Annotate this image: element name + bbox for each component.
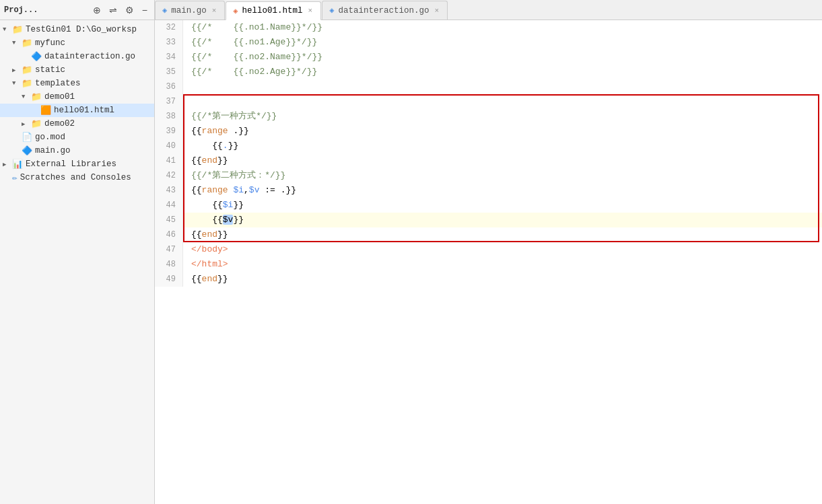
tree-label: External Libraries [26,159,116,169]
line-content[interactable]: {{range .}} [183,124,822,139]
tree-item-maingo[interactable]: 🔷 main.go [0,144,154,157]
arrow-icon: ▶ [22,120,31,128]
line-content[interactable]: {{end}} [183,153,822,168]
tab-close-main[interactable]: × [211,7,218,15]
go-file-icon: 🔷 [31,51,42,62]
code-line-46: 46{{end}} [155,227,822,242]
line-number: 40 [155,139,183,153]
code-line-41: 41{{end}} [155,153,822,168]
tab-label: hello01.html [242,6,303,15]
tree-item-myfunc[interactable]: ▼ 📁 myfunc [0,36,154,50]
line-number: 44 [155,198,183,213]
tree-label: demo01 [44,92,75,102]
line-number: 43 [155,183,183,198]
line-number: 37 [155,94,183,109]
folder-icon: 📁 [22,65,32,75]
tree-label: Scratches and Consoles [20,173,131,182]
line-content[interactable]: {{$v}} [183,213,822,227]
line-content[interactable]: {{$i}} [183,198,822,213]
tree-item-static[interactable]: ▶ 📁 static [0,63,154,77]
tab-close-hello01[interactable]: × [307,7,314,15]
settings-button[interactable]: ⚙ [123,3,137,17]
go-tab-icon: ◈ [162,5,167,15]
folder-icon: 📁 [31,118,42,129]
line-content[interactable]: {{/* {{.no2.Name}}*/}} [183,50,822,65]
code-line-38: 38{{/*第一种方式*/}} [155,109,822,124]
line-content[interactable] [183,94,822,109]
tab-hello01-html[interactable]: ◈ hello01.html × [226,1,321,20]
folder-icon: 📁 [22,78,32,89]
selected-var: $v [223,215,234,225]
code-editor[interactable]: 32{{/* {{.no1.Name}}*/}}33{{/* {{.no1.Ag… [155,20,822,287]
tree-item-gomod[interactable]: 📄 go.mod [0,131,154,144]
tree-item-extlibs[interactable]: ▶ 📊 External Libraries [0,157,154,171]
html-file-icon: 🟧 [40,105,51,116]
tree-item-demo02[interactable]: ▶ 📁 demo02 [0,117,154,131]
tree-item-templates[interactable]: ▼ 📁 templates [0,77,154,90]
line-content[interactable]: </body> [183,242,822,257]
arrow-icon: ▶ [3,161,12,168]
code-line-33: 33{{/* {{.no1.Age}}*/}} [155,35,822,50]
line-number: 39 [155,124,183,139]
editor-area: ◈ main.go × ◈ hello01.html × ◈ datainter… [155,0,822,504]
code-line-48: 48</html> [155,257,822,272]
line-content[interactable]: {{/* {{.no1.Age}}*/}} [183,35,822,50]
arrow-icon: ▶ [12,67,22,74]
line-number: 34 [155,50,183,65]
add-module-button[interactable]: ⇌ [106,3,120,17]
line-content[interactable]: {{/*第一种方式*/}} [183,109,822,124]
sidebar: Proj... ⊕ ⇌ ⚙ − ▼ 📁 TestGin01 D:\Go_work… [0,0,155,504]
line-number: 49 [155,272,183,287]
tab-bar: ◈ main.go × ◈ hello01.html × ◈ datainter… [155,0,822,20]
line-number: 48 [155,257,183,272]
line-content[interactable] [183,79,822,94]
line-content[interactable]: {{/* {{.no1.Name}}*/}} [183,20,822,35]
code-line-43: 43{{range $i,$v := .}} [155,183,822,198]
code-line-44: 44 {{$i}} [155,198,822,213]
line-content[interactable]: {{range $i,$v := .}} [183,183,822,198]
tree-item-scratches[interactable]: ✏️ Scratches and Consoles [0,171,154,184]
folder-icon: 📁 [31,92,42,102]
tree-label: static [35,65,65,75]
tree-item-datainteraction[interactable]: 🔷 datainteraction.go [0,50,154,63]
line-content[interactable]: {{end}} [183,227,822,242]
tree-label: go.mod [35,133,65,142]
line-content[interactable]: {{.}} [183,139,822,153]
tab-main-go[interactable]: ◈ main.go × [155,1,225,20]
code-line-32: 32{{/* {{.no1.Name}}*/}} [155,20,822,35]
tree-item-hello01html[interactable]: 🟧 hello01.html [0,104,154,117]
code-line-47: 47</body> [155,242,822,257]
tree-label: templates [35,79,81,88]
line-content[interactable]: {{/* {{.no2.Age}}*/}} [183,65,822,79]
code-line-36: 36 [155,79,822,94]
line-content[interactable]: {{end}} [183,272,822,287]
tab-label: datainteraction.go [338,6,429,15]
tree-label: demo02 [44,119,75,129]
tree-label: myfunc [35,38,65,48]
line-number: 35 [155,65,183,79]
arrow-icon: ▼ [3,26,12,33]
code-line-40: 40 {{.}} [155,139,822,153]
code-editor-container[interactable]: 32{{/* {{.no1.Name}}*/}}33{{/* {{.no1.Ag… [155,20,822,504]
code-line-39: 39{{range .}} [155,124,822,139]
line-content[interactable]: </html> [183,257,822,272]
tab-datainteraction-go[interactable]: ◈ datainteraction.go × [322,1,448,20]
minimize-button[interactable]: − [139,3,150,17]
file-tree: ▼ 📁 TestGin01 D:\Go_worksp ▼ 📁 myfunc 🔷 … [0,20,154,504]
add-content-button[interactable]: ⊕ [90,3,104,17]
tree-item-testgin01[interactable]: ▼ 📁 TestGin01 D:\Go_worksp [0,23,154,36]
tree-item-demo01[interactable]: ▼ 📁 demo01 [0,90,154,104]
sidebar-toolbar: Proj... ⊕ ⇌ ⚙ − [0,0,154,20]
line-number: 47 [155,242,183,257]
line-number: 32 [155,20,183,35]
tab-close-datainteraction[interactable]: × [433,7,440,15]
code-line-45: 45 {{$v}} [155,213,822,227]
line-number: 38 [155,109,183,124]
arrow-icon: ▼ [12,40,22,46]
folder-icon: 📁 [22,38,32,48]
html-tab-icon: ◈ [233,6,238,16]
arrow-icon: ▼ [22,94,31,100]
scratches-icon: ✏️ [12,172,18,183]
folder-icon: 📁 [12,24,23,35]
line-content[interactable]: {{/*第二种方式：*/}} [183,168,822,183]
